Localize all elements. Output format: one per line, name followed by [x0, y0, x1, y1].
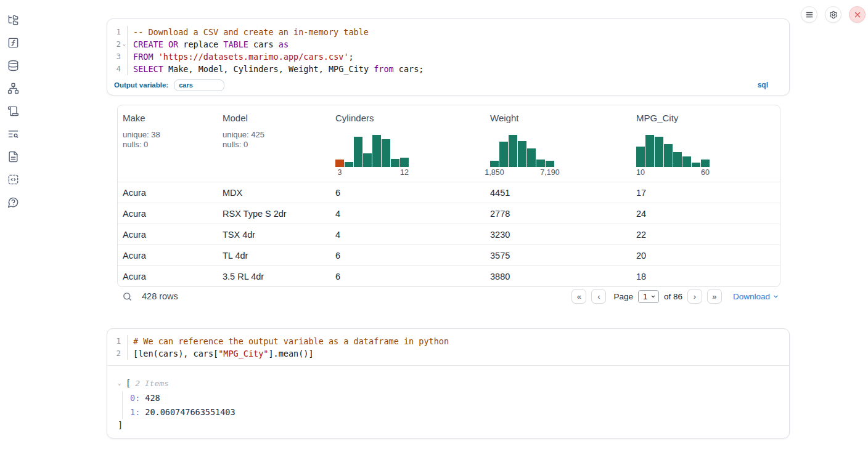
file-tree-icon[interactable] [7, 14, 19, 26]
last-page-button[interactable]: » [707, 289, 722, 304]
histogram-bars [490, 135, 554, 167]
histogram-bars [636, 135, 710, 167]
histogram-axis: 1060 [636, 168, 710, 178]
histogram-bar [527, 148, 536, 167]
fold-icon[interactable]: ⌄ [121, 38, 127, 51]
shutdown-button[interactable] [849, 6, 866, 23]
logs-scroll-icon[interactable] [7, 105, 19, 117]
axis-max-label: 7,190 [540, 168, 559, 177]
column-name: Model [223, 113, 326, 123]
column-header-model[interactable]: Modelunique: 425nulls: 0 [218, 105, 330, 182]
cell-output: ⌄ [ 2 Items 0:4281:20.060747663551403 ] [107, 365, 789, 438]
column-stat: nulls: 0 [223, 140, 326, 150]
table-row: AcuraRSX Type S 2dr4277824 [118, 203, 780, 224]
axis-max-label: 60 [701, 168, 710, 177]
next-page-button[interactable]: › [687, 289, 702, 304]
table-cell: 6 [330, 182, 485, 203]
code-token: SELECT [133, 64, 163, 74]
code-token: Make, Model, Cylinders, Weight, MPG_City [163, 64, 374, 74]
marimo-notebook: 1-- Download a CSV and create an in-memo… [0, 0, 868, 449]
topbar-actions [801, 6, 866, 23]
line-number: 1 [116, 335, 121, 347]
histogram-bar [645, 135, 654, 167]
sql-code-editor[interactable]: 1-- Download a CSV and create an in-memo… [107, 19, 789, 75]
column-stat: unique: 38 [123, 130, 213, 140]
line-number: 4 [116, 63, 121, 75]
histogram: 1,8507,190 [490, 135, 554, 178]
prev-page-button[interactable]: ‹ [591, 289, 606, 304]
table-cell: Acura [118, 245, 218, 265]
function-square-icon[interactable] [7, 36, 19, 49]
table-body: AcuraMDX6445117AcuraRSX Type S 2dr427782… [118, 182, 780, 286]
item-value: 20.060747663551403 [145, 407, 235, 417]
code-text: FROM 'https://datasets.marimo.app/cars.c… [128, 51, 354, 63]
first-page-button[interactable]: « [571, 289, 586, 304]
text-search-icon[interactable] [7, 127, 19, 140]
histogram-bar [701, 160, 710, 167]
snippets-icon[interactable] [7, 173, 19, 185]
table-row: AcuraTL 4dr6357520 [118, 245, 780, 266]
histogram-bar [400, 158, 409, 167]
column-header-cylinders[interactable]: Cylinders312 [330, 105, 485, 182]
page-select[interactable]: 1 [638, 290, 659, 303]
table-row: AcuraTSX 4dr4323022 [118, 224, 780, 245]
page-label: Page [613, 292, 633, 301]
line-number: 2 [116, 347, 121, 360]
download-label: Download [733, 292, 770, 301]
histogram-bar [536, 160, 545, 167]
table-cell: 22 [631, 224, 780, 245]
table-cell: Acura [118, 266, 218, 286]
histogram-axis: 312 [335, 168, 409, 178]
table-cell: RSX Type S 2dr [218, 203, 330, 224]
column-header-make[interactable]: Makeunique: 38nulls: 0 [118, 105, 218, 182]
database-icon[interactable] [7, 59, 19, 71]
code-token: -- Download a CSV and create an in-memor… [133, 27, 369, 37]
code-token: as [279, 39, 289, 49]
code-token: FROM [133, 52, 154, 62]
table-cell: Acura [118, 203, 218, 224]
line-gutter: 2 [107, 347, 128, 360]
code-text: [len(cars), cars["MPG_City"].mean()] [128, 347, 314, 360]
search-icon[interactable] [122, 291, 133, 302]
table-cell: 4451 [485, 182, 631, 203]
histogram-bars [335, 135, 409, 167]
table-cell: 4 [330, 224, 485, 245]
table-cell: TSX 4dr [218, 224, 330, 245]
download-button[interactable]: Download [733, 292, 779, 301]
item-index: 1: [130, 407, 140, 417]
python-code-editor[interactable]: 1# We can reference the output variable … [107, 329, 789, 360]
column-name: MPG_City [636, 113, 775, 123]
table-cell: 18 [631, 266, 780, 286]
histogram-bar [499, 142, 508, 167]
code-token: replace [178, 39, 223, 49]
dependency-graph-icon[interactable] [7, 82, 19, 94]
histogram-bar [335, 160, 344, 167]
tree-children: 0:4281:20.060747663551403 [122, 391, 779, 419]
histogram-bar [664, 144, 673, 167]
column-header-mpg_city[interactable]: MPG_City1060 [631, 105, 780, 182]
menu-button[interactable] [801, 6, 817, 23]
code-text: # We can reference the output variable a… [128, 335, 449, 347]
help-icon[interactable] [7, 196, 19, 208]
document-icon[interactable] [7, 150, 19, 163]
table-header: Makeunique: 38nulls: 0Modelunique: 425nu… [118, 105, 780, 182]
code-token: 'https://datasets.marimo.app/cars.csv' [158, 52, 349, 62]
data-table: Makeunique: 38nulls: 0Modelunique: 425nu… [117, 105, 780, 287]
line-gutter: 1 [107, 26, 128, 38]
histogram-bar [391, 159, 399, 167]
line-gutter: 2⌄ [107, 38, 128, 51]
histogram-bar [363, 153, 372, 167]
code-token [163, 39, 168, 49]
line-gutter: 3 [107, 51, 128, 63]
histogram-bar [692, 163, 700, 167]
column-name: Make [123, 113, 213, 123]
histogram-bar [490, 161, 499, 167]
close-icon [853, 10, 862, 19]
settings-button[interactable] [825, 6, 841, 23]
collapse-toggle-icon[interactable]: ⌄ [118, 380, 126, 386]
sidebar [7, 14, 19, 208]
column-header-weight[interactable]: Weight1,8507,190 [485, 105, 631, 182]
output-variable-input[interactable]: cars [174, 79, 224, 91]
table-cell: 4 [330, 203, 485, 224]
chevron-down-icon [772, 293, 779, 300]
